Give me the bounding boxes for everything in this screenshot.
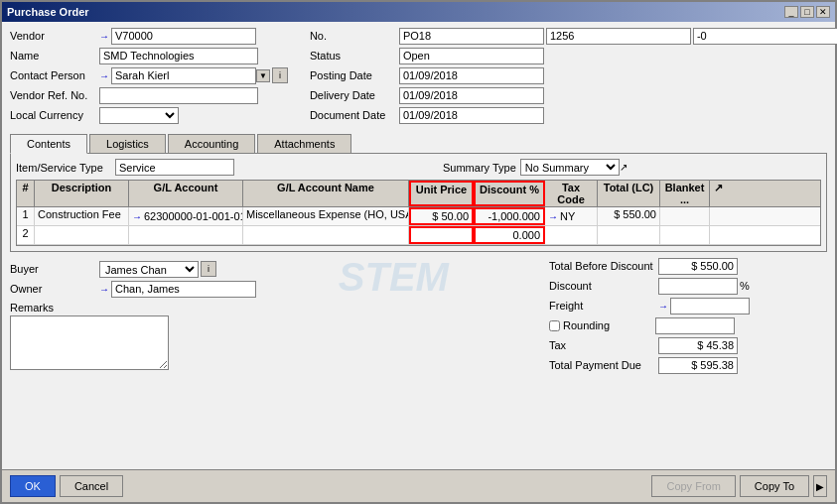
row1-discount-pct[interactable]: -1,000.000 [474,207,545,225]
item-service-type-input[interactable] [115,159,234,176]
owner-arrow: → [99,284,109,295]
row2-blanket[interactable] [660,226,710,244]
vendor-input[interactable] [111,28,256,45]
freight-arrow: → [658,301,668,312]
buyer-label: Buyer [10,263,99,275]
row2-discount-pct[interactable]: 0.000 [474,226,545,244]
tab-attachments[interactable]: Attachments [257,134,351,153]
document-date-label: Document Date [310,109,399,121]
tax-label: Tax [549,339,658,351]
owner-input[interactable] [111,281,256,298]
row2-num: 2 [17,226,35,244]
summary-type-select[interactable]: No Summary [520,159,620,176]
remarks-label: Remarks [10,302,539,314]
contact-arrow: → [99,70,109,81]
tab-contents[interactable]: Contents [10,134,87,154]
contact-dropdown-icon[interactable]: ▼ [256,69,270,82]
status-label: Status [310,50,399,62]
row2-unit-price[interactable] [409,226,474,244]
rounding-checkbox[interactable] [549,320,560,331]
vendor-arrow: → [99,31,109,42]
tax-input[interactable] [658,337,738,354]
buyer-info-button[interactable]: i [201,261,216,277]
total-before-discount-input[interactable] [658,258,738,275]
summary-type-expand-icon[interactable]: ↗ [620,162,628,173]
table-row: 1 Construction Fee →62300000-01-001-01 M… [17,207,820,226]
row2-description[interactable] [35,226,129,244]
col-tax-code: Tax Code [545,181,598,206]
discount-label: Discount [549,280,658,292]
tab-accounting[interactable]: Accounting [168,134,255,153]
col-description: Description [35,181,129,206]
item-service-type-label: Item/Service Type [16,162,115,174]
status-input[interactable] [399,48,544,64]
remarks-textarea[interactable] [10,315,169,370]
col-expand[interactable]: ↗ [710,181,726,206]
local-currency-select[interactable] [99,107,179,124]
percent-symbol: % [740,280,750,292]
col-discount-pct: Discount % [474,181,545,206]
posting-date-label: Posting Date [310,69,399,81]
tab-bar: Contents Logistics Accounting Attachment… [10,134,827,154]
name-label: Name [10,50,99,62]
window-controls: _ □ ✕ [784,6,830,18]
total-payment-due-input[interactable] [658,357,738,374]
row1-unit-price[interactable]: $ 50.00 [409,207,474,225]
name-input[interactable] [99,48,258,64]
document-date-input[interactable] [399,107,544,124]
copy-to-button[interactable]: Copy To [740,475,809,497]
tab-logistics[interactable]: Logistics [89,134,166,153]
row1-gl-account-name[interactable]: Miscellaneous Expense (HO, USA, GA) [243,207,409,225]
col-unit-price: Unit Price [409,181,474,206]
no-input3[interactable] [693,28,837,45]
items-table: # Description G/L Account G/L Account Na… [16,180,821,246]
rounding-input[interactable] [655,317,735,334]
vendor-label: Vendor [10,30,99,42]
row2-gl-account-name[interactable] [243,226,409,244]
discount-input[interactable] [658,278,738,295]
owner-label: Owner [10,283,99,295]
no-input2[interactable] [546,28,691,45]
title-bar: Purchase Order _ □ ✕ [2,2,835,22]
posting-date-input[interactable] [399,67,544,84]
bottom-section: Buyer James Chan i Owner → Remarks STE [10,257,827,376]
vendor-ref-input[interactable] [99,87,258,104]
row2-gl-account[interactable] [129,226,243,244]
row2-tax-code[interactable] [545,226,598,244]
total-before-discount-label: Total Before Discount [549,260,658,272]
row2-extra [710,226,726,244]
col-gl-account-name: G/L Account Name [243,181,409,206]
tabs-container: Contents Logistics Accounting Attachment… [10,134,827,252]
no-input1[interactable] [399,28,544,45]
cancel-button[interactable]: Cancel [60,475,123,497]
footer: OK Cancel Copy From Copy To ▶ [2,469,835,502]
row1-blanket[interactable] [660,207,710,225]
vendor-ref-label: Vendor Ref. No. [10,89,99,101]
local-currency-label: Local Currency [10,109,99,121]
contact-info-button[interactable]: i [272,67,288,83]
col-total-lc: Total (LC) [598,181,660,206]
buyer-select[interactable]: James Chan [99,261,199,278]
row2-total-lc[interactable] [598,226,660,244]
row1-tax-code[interactable]: →NY [545,207,598,225]
maximize-button[interactable]: □ [800,6,814,18]
delivery-date-label: Delivery Date [310,89,399,101]
freight-input[interactable] [670,298,750,315]
footer-expand-button[interactable]: ▶ [813,475,827,497]
minimize-button[interactable]: _ [784,6,798,18]
row1-extra [710,207,726,225]
close-button[interactable]: ✕ [816,6,830,18]
freight-label: Freight [549,300,658,312]
no-label: No. [310,30,399,42]
delivery-date-input[interactable] [399,87,544,104]
col-num: # [17,181,35,206]
totals-section: Total Before Discount Discount % Freight… [549,257,827,376]
row1-gl-account[interactable]: →62300000-01-001-01 [129,207,243,225]
table-header: # Description G/L Account G/L Account Na… [17,181,820,207]
copy-from-button[interactable]: Copy From [651,475,735,497]
ok-button[interactable]: OK [10,475,56,497]
row1-total-lc[interactable]: $ 550.00 [598,207,660,225]
row1-description[interactable]: Construction Fee [35,207,129,225]
total-payment-due-label: Total Payment Due [549,359,658,371]
contact-person-input[interactable] [111,67,256,84]
